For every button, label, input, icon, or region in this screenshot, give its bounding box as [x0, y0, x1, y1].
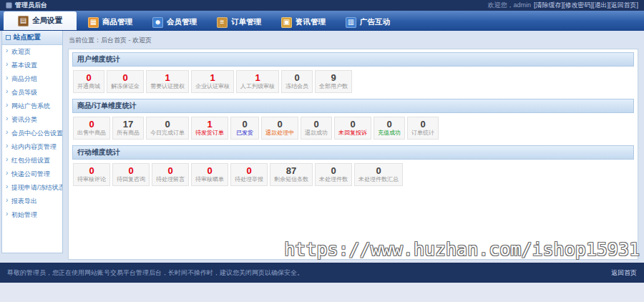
stat-label: 所有商品 — [117, 130, 140, 137]
topbar-link-logout[interactable]: [退出] — [592, 1, 609, 9]
stat-label: 待处理举报 — [235, 176, 263, 183]
stat-label: 已发货 — [235, 130, 255, 137]
stat-value: 0 — [77, 72, 100, 83]
sidebar-item-redpacket-groups[interactable]: 红包分组设置 — [2, 154, 62, 167]
stat-box[interactable]: 1待发货订单 — [191, 117, 228, 140]
stat-label: 待审核晒单 — [195, 176, 224, 183]
stat-box[interactable]: 1需要认证授权 — [146, 70, 189, 93]
sidebar-item-news-categories[interactable]: 资讯分类 — [2, 113, 62, 127]
stat-box[interactable]: 0今日完成订单 — [146, 117, 189, 140]
stat-value: 0 — [265, 119, 294, 130]
stat-value: 0 — [77, 165, 106, 176]
stat-box[interactable]: 0开通商城 — [73, 70, 104, 93]
stats-panel-2: 行动维度统计0待审核评论0待回复咨询0待处理留言0待审核晒单0待处理举报87剩余… — [72, 145, 634, 192]
stat-box[interactable]: 0已发货 — [230, 117, 259, 140]
titlebar: 管理员后台 欢迎您，admin [清除缓存][修改密码][退出][返回首页] — [0, 0, 644, 11]
tab-member-manage[interactable]: ☻会员管理 — [144, 14, 205, 30]
stat-box[interactable]: 0待处理举报 — [230, 163, 268, 186]
stat-label: 未处理件数 — [319, 176, 348, 183]
stat-box[interactable]: 0待回复咨询 — [112, 163, 150, 186]
topbar-link-back-home[interactable]: [返回首页] — [609, 1, 638, 9]
stat-value: 1 — [240, 72, 275, 83]
sidebar-item-basic-settings[interactable]: 基本设置 — [2, 59, 62, 72]
stat-box[interactable]: 0解冻保证金 — [107, 70, 144, 93]
stat-box[interactable]: 17所有商品 — [112, 117, 144, 140]
stat-box[interactable]: 0退款成功 — [301, 117, 332, 140]
sidebar-item-content-pages[interactable]: 站内内容页管理 — [2, 140, 62, 154]
footer-bar: 尊敬的管理员，您正在使用网站账号交易平台管理后台，长时间不操作时，建议您关闭网页… — [0, 263, 644, 283]
stat-value: 0 — [117, 165, 145, 176]
admin-logo-icon — [6, 2, 12, 9]
stat-label: 订单统计 — [411, 130, 434, 137]
stats-panel-title: 商品/订单维度统计 — [72, 99, 634, 113]
stat-box[interactable]: 87剩余短信条数 — [270, 163, 313, 186]
welcome-text: 欢迎您，admin — [487, 1, 531, 10]
tab-order-manage[interactable]: ≡订单管理 — [208, 14, 270, 30]
stat-value: 9 — [319, 72, 348, 83]
stat-box[interactable]: 0出售中商品 — [73, 117, 110, 140]
stat-box[interactable]: 0待审核评论 — [73, 163, 110, 186]
tab-goods-manage[interactable]: ▦商品管理 — [79, 14, 141, 30]
stat-value: 1 — [195, 119, 224, 130]
breadcrumb: 当前位置：后台首页 - 欢迎页 — [69, 36, 638, 45]
stats-row: 0待审核评论0待回复咨询0待处理留言0待审核晒单0待处理举报87剩余短信条数0未… — [72, 160, 634, 192]
stat-box[interactable]: 0订单统计 — [407, 117, 439, 140]
sidebar-item-goods-groups[interactable]: 商品分组 — [2, 72, 62, 86]
stat-box[interactable]: 0退款处理中 — [261, 117, 298, 140]
watermark-text: https://www.huzhan.com/ishop15931 — [284, 239, 640, 260]
sidebar-item-member-levels[interactable]: 会员等级 — [2, 86, 62, 99]
sidebar-item-express-companies[interactable]: 快递公司管理 — [2, 167, 62, 181]
stat-label: 出售中商品 — [77, 130, 106, 137]
stat-value: 17 — [117, 119, 140, 130]
tab-global-settings[interactable]: ▤全局设置 — [4, 11, 77, 30]
stat-label: 全部用户数 — [319, 83, 348, 90]
topbar-link-clear-cache[interactable]: [清除缓存] — [534, 1, 563, 9]
stat-label: 剩余短信条数 — [274, 176, 308, 183]
stat-value: 0 — [411, 119, 434, 130]
goods-icon: ▦ — [88, 17, 99, 28]
footer-back-home-link[interactable]: 返回首页 — [611, 268, 637, 278]
main-nav: ▤全局设置▦商品管理☻会员管理≡订单管理▣资讯管理▥广告互动 — [0, 11, 644, 31]
stat-box[interactable]: 0未回复投诉 — [334, 117, 371, 140]
stat-box[interactable]: 0待处理留言 — [152, 163, 189, 186]
site-config-icon — [6, 35, 11, 40]
stat-value: 0 — [111, 72, 140, 83]
topbar-link-change-password[interactable]: [修改密码] — [563, 1, 592, 9]
stat-box[interactable]: 0未处理件数 — [315, 163, 352, 186]
sidebar-item-init-manage[interactable]: 初始管理 — [2, 208, 62, 222]
sidebar-item-site-ad-system[interactable]: 网站广告系统 — [2, 99, 62, 113]
tab-member-manage-label: 会员管理 — [167, 17, 197, 27]
sidebar-item-report-export[interactable]: 报表导出 — [2, 195, 62, 208]
stat-label: 未处理件数汇总 — [358, 176, 399, 183]
stat-value: 1 — [150, 72, 185, 83]
sidebar-item-withdraw-freeze[interactable]: 提现申请/冻结状态 — [2, 181, 62, 195]
stat-box[interactable]: 0充值成功 — [374, 117, 405, 140]
breadcrumb-path: 后台首页 - 欢迎页 — [101, 36, 152, 44]
main-panel: 当前位置：后台首页 - 欢迎页 用户维度统计0开通商城0解冻保证金1需要认证授权… — [63, 31, 644, 260]
stat-box[interactable]: 0待审核晒单 — [191, 163, 228, 186]
tab-ad-interact[interactable]: ▥广告互动 — [337, 14, 399, 30]
stat-value: 0 — [286, 72, 308, 83]
stat-label: 解冻保证金 — [111, 83, 140, 90]
titlebar-right: 欢迎您，admin [清除缓存][修改密码][退出][返回首页] — [487, 1, 638, 10]
sidebar-item-member-center-notice[interactable]: 会员中心公告设置 — [2, 127, 62, 140]
stat-box[interactable]: 1企业认证审核 — [191, 70, 234, 93]
stats-row: 0开通商城0解冻保证金1需要认证授权1企业认证审核1人工判级审核0冻结会员9全部… — [72, 67, 634, 99]
tab-news-manage[interactable]: ▣资讯管理 — [273, 14, 334, 30]
stat-label: 未回复投诉 — [338, 130, 367, 137]
news-icon: ▣ — [281, 17, 292, 28]
stat-label: 待发货订单 — [195, 130, 224, 137]
stat-box[interactable]: 1人工判级审核 — [236, 70, 279, 93]
stat-box[interactable]: 9全部用户数 — [315, 70, 352, 93]
stat-label: 企业认证审核 — [195, 83, 230, 90]
orders-icon: ≡ — [217, 17, 228, 28]
stat-label: 人工判级审核 — [240, 83, 275, 90]
app-title: 管理员后台 — [15, 1, 47, 10]
stat-label: 冻结会员 — [286, 83, 308, 90]
stat-box[interactable]: 0未处理件数汇总 — [354, 163, 403, 186]
stat-box[interactable]: 0冻结会员 — [281, 70, 313, 93]
stats-panel-title: 行动维度统计 — [72, 145, 634, 160]
tab-ad-interact-label: 广告互动 — [360, 17, 390, 27]
sidebar-item-welcome-page[interactable]: 欢迎页 — [2, 45, 62, 59]
stat-value: 0 — [235, 165, 263, 176]
